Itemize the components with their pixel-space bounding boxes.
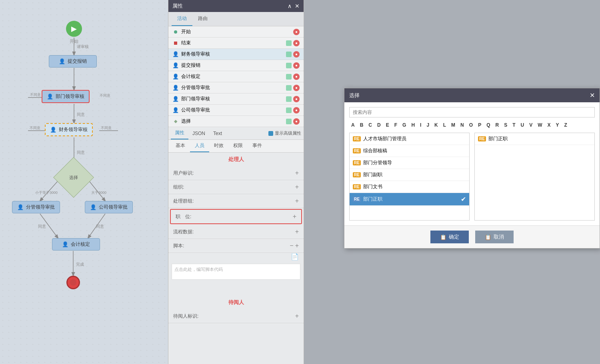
alpha-T[interactable]: T bbox=[510, 121, 517, 129]
activity-item-submit[interactable]: 👤 提交报销 ● bbox=[168, 60, 304, 71]
activity-item-dept[interactable]: 👤 部门领导审核 ● bbox=[168, 93, 304, 105]
list-item-2[interactable]: RE 部门分管领导 bbox=[350, 157, 469, 169]
field-user-id-add[interactable]: + bbox=[295, 169, 299, 177]
task-accounting[interactable]: 👤 会计核定 bbox=[52, 238, 100, 251]
copy-icon-company[interactable] bbox=[286, 107, 292, 113]
alpha-D[interactable]: D bbox=[375, 121, 383, 129]
delete-icon-accounting[interactable]: ● bbox=[293, 74, 300, 80]
advanced-checkbox[interactable] bbox=[268, 131, 273, 136]
close-panel-icon[interactable]: ✕ bbox=[295, 3, 300, 9]
alpha-F[interactable]: F bbox=[392, 121, 399, 129]
task-accounting-node[interactable]: 👤 会计核定 bbox=[52, 238, 100, 251]
flowchart-area: 请审核 同意 不同意 不同意 不同意 同意 小于等于3000 大于3000 同意… bbox=[0, 0, 168, 364]
field-position-add[interactable]: + bbox=[293, 213, 296, 220]
alpha-V[interactable]: V bbox=[527, 121, 534, 129]
diamond-node[interactable]: 选择 bbox=[59, 163, 88, 192]
task-company-leader-node[interactable]: 👤 公司领导审批 bbox=[85, 201, 133, 213]
copy-icon-dept[interactable] bbox=[286, 96, 292, 102]
list-item-4[interactable]: RE 部门文书 bbox=[350, 181, 469, 193]
field-group-add[interactable]: + bbox=[295, 197, 299, 205]
copy-icon-finance[interactable] bbox=[286, 52, 292, 57]
detail-tab-basic[interactable]: 基本 bbox=[171, 140, 190, 152]
field-reader-id-add[interactable]: + bbox=[295, 312, 299, 320]
task-finance-node[interactable]: 👤 财务领导审核 bbox=[45, 123, 93, 136]
activity-item-select[interactable]: ◆ 选择 ● bbox=[168, 116, 304, 127]
activity-item-accounting[interactable]: 👤 会计核定 ● bbox=[168, 71, 304, 82]
copy-icon-select[interactable] bbox=[286, 119, 292, 124]
delete-icon-company[interactable]: ● bbox=[293, 107, 300, 113]
confirm-button[interactable]: 📋 确定 bbox=[430, 231, 469, 243]
field-script-add[interactable]: + bbox=[295, 242, 299, 249]
task-submit-node[interactable]: 👤 提交报销 bbox=[49, 55, 97, 68]
alpha-Z[interactable]: Z bbox=[562, 121, 569, 129]
copy-icon-accounting[interactable] bbox=[286, 74, 292, 80]
alpha-S[interactable]: S bbox=[502, 121, 509, 129]
detail-tab-events[interactable]: 事件 bbox=[248, 140, 267, 152]
alpha-W[interactable]: W bbox=[536, 121, 544, 129]
list-item-3[interactable]: RE 部门副职 bbox=[350, 169, 469, 181]
sub-tab-text[interactable]: Text bbox=[209, 128, 226, 139]
delete-icon-end[interactable]: ● bbox=[293, 40, 300, 46]
alpha-X[interactable]: X bbox=[546, 121, 553, 129]
alpha-M[interactable]: M bbox=[449, 121, 457, 129]
list-item-0[interactable]: RE 人才市场部门管理员 bbox=[350, 133, 469, 145]
alpha-L[interactable]: L bbox=[441, 121, 448, 129]
list-item-5[interactable]: RE 部门正职 ✔ bbox=[350, 193, 469, 206]
alpha-R[interactable]: R bbox=[493, 121, 501, 129]
activity-item-end[interactable]: 结束 ● bbox=[168, 38, 304, 49]
alpha-J[interactable]: J bbox=[424, 121, 431, 129]
alpha-N[interactable]: N bbox=[458, 121, 466, 129]
delete-icon-submit[interactable]: ● bbox=[293, 62, 300, 69]
cancel-button[interactable]: 📋 取消 bbox=[475, 231, 514, 243]
alpha-B[interactable]: B bbox=[358, 121, 366, 129]
task-dept-leader-node[interactable]: 👤 部门领导审核 不同意 bbox=[42, 90, 90, 103]
search-input[interactable] bbox=[349, 107, 595, 117]
field-process-data-add[interactable]: + bbox=[295, 228, 299, 235]
task-branch-leader[interactable]: 👤 分管领导审批 bbox=[12, 201, 60, 213]
alpha-A[interactable]: A bbox=[349, 121, 357, 129]
delete-icon-start[interactable]: ● bbox=[293, 29, 300, 35]
delete-icon-finance[interactable]: ● bbox=[293, 51, 300, 58]
selected-item-0[interactable]: RE 部门正职 bbox=[475, 133, 594, 145]
activity-item-finance[interactable]: 👤 财务领导审核 ● bbox=[168, 49, 304, 60]
alpha-C[interactable]: C bbox=[366, 121, 374, 129]
alpha-Q[interactable]: Q bbox=[484, 121, 492, 129]
field-org-add[interactable]: + bbox=[295, 183, 299, 191]
activity-item-branch[interactable]: 👤 分管领导审批 ● bbox=[168, 82, 304, 93]
detail-tab-people[interactable]: 人员 bbox=[190, 140, 209, 152]
task-company-leader[interactable]: 👤 公司领导审批 bbox=[85, 201, 133, 213]
alpha-I[interactable]: I bbox=[418, 121, 423, 129]
sub-tab-properties[interactable]: 属性 bbox=[171, 127, 188, 139]
delete-icon-select[interactable]: ● bbox=[293, 118, 300, 125]
list-item-1[interactable]: RE 综合部核稿 bbox=[350, 145, 469, 157]
copy-icon-submit[interactable] bbox=[286, 63, 292, 68]
script-editor[interactable]: 点击此处，编写脚本代码 bbox=[172, 264, 300, 280]
task-finance[interactable]: 👤 财务领导审核 bbox=[45, 123, 93, 136]
detail-tab-sla[interactable]: 时效 bbox=[209, 140, 228, 152]
alpha-U[interactable]: U bbox=[519, 121, 526, 129]
tab-routing[interactable]: 路由 bbox=[192, 12, 213, 26]
delete-icon-dept[interactable]: ● bbox=[293, 96, 300, 102]
alpha-G[interactable]: G bbox=[400, 121, 408, 129]
alpha-P[interactable]: P bbox=[476, 121, 483, 129]
task-branch-leader-node[interactable]: 👤 分管领导审批 bbox=[12, 201, 60, 213]
tab-activity[interactable]: 活动 bbox=[172, 12, 192, 26]
alpha-E[interactable]: E bbox=[384, 121, 391, 129]
modal-close-button[interactable]: ✕ bbox=[590, 91, 595, 99]
copy-icon-branch[interactable] bbox=[286, 85, 292, 91]
activity-item-start[interactable]: 开始 ● bbox=[168, 26, 304, 38]
minimize-icon[interactable]: ∧ bbox=[288, 3, 292, 9]
detail-tab-permissions[interactable]: 权限 bbox=[228, 140, 248, 152]
alpha-Y[interactable]: Y bbox=[554, 121, 561, 129]
activity-item-company[interactable]: 👤 公司领导审批 ● bbox=[168, 105, 304, 116]
sub-tab-json[interactable]: JSON bbox=[188, 128, 209, 139]
alpha-H[interactable]: H bbox=[409, 121, 417, 129]
alpha-O[interactable]: O bbox=[467, 121, 475, 129]
task-dept-leader[interactable]: 👤 部门领导审核 bbox=[42, 90, 90, 103]
field-script-minus[interactable]: − bbox=[290, 242, 293, 249]
delete-icon-branch[interactable]: ● bbox=[293, 85, 300, 91]
copy-icon-end[interactable] bbox=[286, 40, 292, 46]
field-position-label: 职 位: bbox=[176, 213, 204, 220]
alpha-K[interactable]: K bbox=[432, 121, 440, 129]
task-submit[interactable]: 👤 提交报销 bbox=[49, 55, 97, 68]
